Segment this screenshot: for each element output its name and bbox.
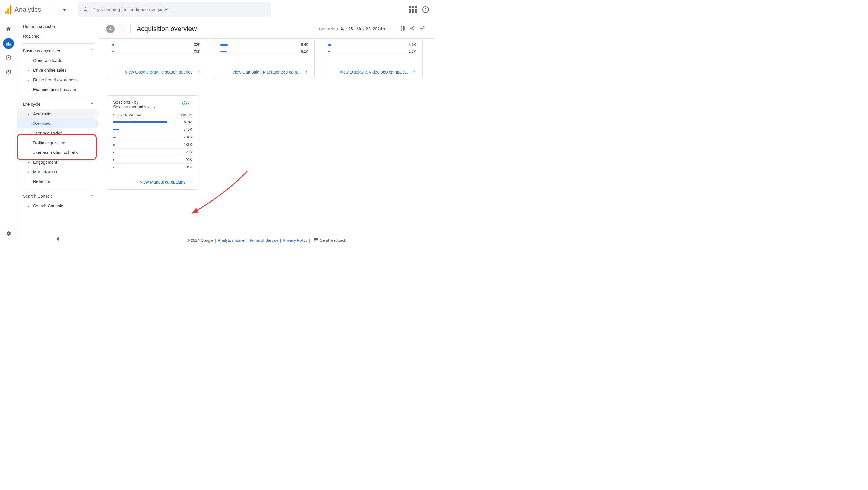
nav-search-console-section[interactable]: Search Console⌃ — [17, 191, 99, 201]
rail-advertising[interactable] — [3, 67, 14, 78]
svg-point-7 — [7, 72, 9, 73]
rail-admin[interactable] — [3, 228, 14, 239]
add-comparison-button[interactable] — [118, 25, 126, 33]
page-title: Acquisition overview — [136, 25, 197, 33]
column-header: SESSION MANUAL ... — [113, 113, 146, 117]
avatar[interactable]: A — [106, 25, 115, 33]
customize-icon[interactable] — [400, 25, 406, 32]
metric-selector[interactable]: Sessions — [113, 100, 130, 105]
rail-explore[interactable] — [3, 53, 14, 63]
nav-examine-user-behavior[interactable]: ▸Examine user behavior — [17, 85, 99, 94]
metric-value: 95K — [186, 158, 192, 162]
caret-down-icon: ▾ — [28, 204, 31, 208]
metric-value: 30K — [194, 50, 200, 54]
date-range-value[interactable]: Apr 25 - May 22, 2024 — [340, 27, 382, 31]
nav-user-acquisition-cohorts[interactable]: User acquisition cohorts — [17, 148, 99, 157]
metric-value: 84K — [186, 165, 192, 169]
nav-retention[interactable]: Retention — [17, 176, 99, 186]
footer-tos[interactable]: Terms of Service — [249, 238, 278, 242]
nav-search-console-item[interactable]: ▾Search Console — [17, 201, 99, 210]
nav-reports-snapshot[interactable]: Reports snapshot — [17, 22, 99, 31]
svg-rect-4 — [9, 44, 10, 45]
nav-user-acquisition[interactable]: User acquisition — [17, 128, 99, 138]
arrow-right-icon: → — [303, 69, 308, 75]
search-input[interactable] — [93, 7, 266, 12]
caret-right-icon: ▸ — [28, 69, 31, 72]
home-icon — [5, 26, 11, 32]
reports-icon — [5, 40, 11, 46]
nav-panel: Reports snapshot Realtime Business objec… — [17, 19, 99, 245]
card-link-organic-search[interactable]: View Google organic search queries→ — [113, 69, 200, 75]
date-range-label: Last 28 days — [319, 27, 338, 31]
svg-rect-2 — [6, 43, 7, 45]
separator — [55, 5, 55, 14]
insights-icon[interactable] — [419, 25, 425, 32]
footer-privacy[interactable]: Privacy Policy — [283, 238, 307, 242]
nav-drive-online-sales[interactable]: ▸Drive online sales — [17, 65, 99, 75]
metric-value: 8.1K — [301, 50, 309, 54]
left-rail — [0, 19, 17, 245]
chevron-down-icon — [63, 9, 66, 11]
chevron-down-icon[interactable]: ▾ — [383, 27, 385, 31]
help-icon[interactable]: ? — [422, 6, 429, 13]
divider — [22, 43, 94, 44]
nav-traffic-acquisition[interactable]: Traffic acquisition — [17, 138, 99, 148]
view-manual-campaigns-link[interactable]: View Manual campaigns→ — [113, 179, 192, 185]
gear-icon — [5, 231, 11, 236]
nav-generate-leads[interactable]: ▸Generate leads — [17, 56, 99, 65]
nav-raise-brand-awareness[interactable]: ▸Raise brand awareness — [17, 75, 99, 85]
nav-monetization[interactable]: ▸Monetization — [17, 167, 99, 176]
rail-reports[interactable] — [3, 38, 14, 49]
metric-value: 9.4K — [301, 42, 309, 47]
table-row: 5.2M — [113, 119, 192, 126]
ga-logo[interactable]: Analytics — [5, 5, 41, 14]
chevron-up-icon: ⌃ — [90, 194, 94, 199]
svg-rect-9 — [404, 26, 404, 30]
arrow-right-icon: → — [411, 69, 416, 75]
card-link-cm360[interactable]: View Campaign Manager 360 cam...→ — [220, 69, 309, 75]
nav-engagement[interactable]: ▸Engagement — [17, 157, 99, 167]
arrow-right-icon: → — [195, 69, 200, 75]
sampling-indicator[interactable]: ✓ ▾ — [180, 100, 192, 107]
metric-value: 5.2M — [184, 120, 192, 124]
footer-analytics-home[interactable]: Analytics home — [218, 238, 245, 242]
svg-text:?: ? — [424, 7, 427, 12]
bar — [113, 144, 115, 145]
nav-realtime[interactable]: Realtime — [17, 31, 99, 41]
metric-value: 2.2K — [409, 50, 416, 54]
content-area: 32K 30K View Google organic search queri… — [99, 39, 430, 245]
metric-value: 120K — [184, 150, 192, 154]
target-icon — [5, 69, 11, 75]
card-link-dv360[interactable]: View Display & Video 360 campaig...→ — [328, 69, 416, 75]
ga-logo-icon — [5, 5, 11, 14]
caret-right-icon: ▸ — [28, 170, 31, 173]
feedback-icon — [313, 238, 318, 242]
chevron-down-icon: ▾ — [131, 101, 133, 104]
rail-home[interactable] — [3, 24, 14, 34]
dimension-selector[interactable]: Session manual so... — [113, 105, 152, 109]
nav-overview[interactable]: Overview — [17, 119, 99, 128]
nav-business-objectives[interactable]: Business objectives⌃ — [17, 46, 99, 56]
caret-right-icon: ▸ — [28, 78, 31, 81]
check-circle-icon: ✓ — [183, 101, 187, 105]
table-row: 131K — [113, 141, 192, 149]
bar — [113, 136, 116, 138]
chevron-down-icon: ▾ — [154, 105, 156, 109]
content-header: A Acquisition overview Last 28 days Apr … — [99, 19, 434, 39]
nav-collapse[interactable] — [56, 237, 59, 242]
metric-value: 131K — [184, 142, 192, 147]
arrow-right-icon: → — [188, 179, 192, 185]
search-icon — [83, 6, 89, 13]
nav-life-cycle[interactable]: Life cycle⌃ — [17, 99, 99, 109]
caret-right-icon: ▸ — [28, 88, 31, 91]
property-dropdown[interactable] — [60, 7, 69, 12]
column-header: SESSIONS — [176, 113, 192, 117]
send-feedback[interactable]: Send feedback — [313, 238, 346, 242]
card-cm360: 9.4K 8.1K View Campaign Manager 360 cam.… — [214, 39, 315, 79]
search-bar[interactable] — [78, 2, 271, 17]
plus-icon — [120, 27, 124, 31]
apps-icon[interactable] — [409, 6, 416, 13]
footer: © 2024 Google| Analytics home| Terms of … — [99, 238, 434, 242]
nav-acquisition[interactable]: ▾Acquisition — [17, 109, 99, 119]
share-icon[interactable] — [409, 25, 415, 32]
